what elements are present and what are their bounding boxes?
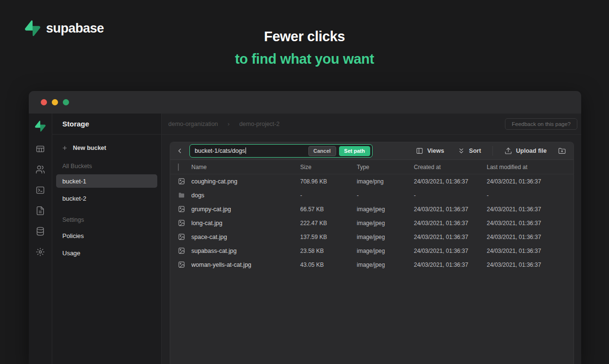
cell-dim: - bbox=[357, 192, 414, 199]
cell-dim: 222.47 KB bbox=[300, 220, 357, 227]
image-file-icon bbox=[178, 247, 185, 254]
column-header-name[interactable]: Name bbox=[191, 164, 300, 171]
cell-icon bbox=[178, 247, 191, 254]
sort-button[interactable]: Sort bbox=[457, 147, 481, 155]
column-header-modified[interactable]: Last modified at bbox=[487, 164, 574, 171]
column-header-size[interactable]: Size bbox=[300, 164, 357, 171]
breadcrumb-project[interactable]: demo-project-2 bbox=[239, 121, 280, 127]
maximize-window-button[interactable] bbox=[63, 99, 69, 105]
cell-dim: 24/03/2021, 01:36:37 bbox=[487, 220, 574, 227]
sort-label: Sort bbox=[469, 148, 481, 154]
table-row[interactable]: woman-yells-at-cat.jpg43.05 KBimage/jpeg… bbox=[170, 258, 574, 272]
section-header-all-buckets: All Buckets bbox=[52, 162, 161, 171]
cell-icon bbox=[178, 205, 191, 213]
upload-icon bbox=[504, 147, 512, 155]
upload-file-label: Upload file bbox=[516, 148, 547, 154]
rail-item-sql[interactable] bbox=[35, 185, 46, 195]
views-button[interactable]: Views bbox=[416, 147, 444, 155]
table-row[interactable]: supabass-cat.jpg23.58 KBimage/jpeg24/03/… bbox=[170, 244, 574, 258]
rail-item-database[interactable] bbox=[35, 226, 46, 236]
set-path-button[interactable]: Set path bbox=[339, 146, 370, 156]
table-row[interactable]: dogs---- bbox=[170, 188, 574, 202]
image-file-icon bbox=[178, 205, 185, 213]
menu-label: Policies bbox=[62, 232, 84, 239]
cell-dim: 24/03/2021, 01:36:37 bbox=[414, 206, 487, 213]
chevron-left-icon bbox=[176, 147, 184, 155]
cell-name: woman-yells-at-cat.jpg bbox=[191, 262, 300, 268]
cell-dim: 24/03/2021, 01:36:37 bbox=[487, 178, 574, 185]
cell-dim: 137.59 KB bbox=[300, 234, 357, 240]
cell-dim: 24/03/2021, 01:36:37 bbox=[414, 178, 487, 185]
text-caret bbox=[246, 148, 246, 154]
sidebar-item-bucket-1[interactable]: bucket-1 bbox=[56, 174, 157, 188]
file-browser-panel: bucket-1/cats/dogs Cancel Set path Views… bbox=[170, 142, 574, 364]
docs-file-icon bbox=[35, 206, 45, 216]
minimize-window-button[interactable] bbox=[52, 99, 58, 105]
columns-views-icon bbox=[416, 147, 423, 155]
close-window-button[interactable] bbox=[41, 99, 47, 105]
cell-dim: 24/03/2021, 01:36:37 bbox=[487, 234, 574, 240]
nav-rail bbox=[29, 114, 52, 364]
table-header: Name Size Type Created at Last modified … bbox=[170, 160, 574, 174]
image-file-icon bbox=[178, 233, 185, 240]
cell-dim: image/jpeg bbox=[357, 206, 414, 213]
sidebar-item-bucket-2[interactable]: bucket-2 bbox=[56, 192, 157, 205]
new-bucket-label: New bucket bbox=[73, 145, 106, 151]
column-header-created[interactable]: Created at bbox=[414, 164, 487, 171]
table-body: coughing-cat.png708.96 KBimage/png24/03/… bbox=[170, 174, 574, 364]
rail-item-docs[interactable] bbox=[35, 205, 46, 216]
file-toolbar: bucket-1/cats/dogs Cancel Set path Views… bbox=[170, 142, 574, 160]
new-folder-button[interactable] bbox=[556, 145, 568, 157]
rail-item-auth[interactable] bbox=[35, 164, 46, 174]
cell-dim: 24/03/2021, 01:36:37 bbox=[487, 248, 574, 254]
cell-dim: 24/03/2021, 01:36:37 bbox=[487, 206, 574, 213]
database-icon bbox=[35, 227, 45, 236]
feedback-button[interactable]: Feedback on this page? bbox=[505, 118, 577, 130]
cell-name: coughing-cat.png bbox=[191, 178, 300, 185]
breadcrumb-chevron-icon: › bbox=[228, 120, 230, 127]
new-bucket-button[interactable]: New bucket bbox=[52, 142, 161, 154]
cell-icon bbox=[178, 261, 191, 268]
sql-terminal-icon bbox=[35, 185, 45, 195]
toolbar-divider bbox=[492, 146, 493, 156]
auth-users-icon bbox=[35, 165, 45, 174]
cell-icon bbox=[178, 219, 191, 227]
cell-icon bbox=[178, 178, 191, 185]
rail-item-settings[interactable] bbox=[35, 247, 46, 257]
cell-dim: 24/03/2021, 01:36:37 bbox=[414, 262, 487, 268]
table-row[interactable]: space-cat.jpg137.59 KBimage/jpeg24/03/20… bbox=[170, 230, 574, 244]
column-header-type[interactable]: Type bbox=[357, 164, 414, 171]
cell-dim: 24/03/2021, 01:36:37 bbox=[414, 234, 487, 240]
cell-dim: 708.96 KB bbox=[300, 178, 357, 185]
rail-item-table-editor[interactable] bbox=[35, 144, 46, 154]
table-row[interactable]: grumpy-cat.jpg66.57 KBimage/jpeg24/03/20… bbox=[170, 202, 574, 216]
cell-dim: 43.05 KB bbox=[300, 262, 357, 268]
image-file-icon bbox=[178, 219, 185, 227]
table-row[interactable]: long-cat.jpg222.47 KBimage/jpeg24/03/202… bbox=[170, 216, 574, 230]
window-titlebar bbox=[29, 91, 581, 114]
cancel-button[interactable]: Cancel bbox=[308, 146, 336, 156]
sidebar-item-usage[interactable]: Usage bbox=[56, 246, 157, 260]
breadcrumb-organization[interactable]: demo-organization bbox=[168, 121, 218, 127]
views-label: Views bbox=[427, 148, 444, 154]
supabase-bolt-icon[interactable] bbox=[35, 121, 46, 132]
back-button[interactable] bbox=[174, 145, 186, 157]
cell-dim: 24/03/2021, 01:36:37 bbox=[487, 262, 574, 268]
cell-dim: image/jpeg bbox=[357, 248, 414, 254]
cell-dim: 24/03/2021, 01:36:37 bbox=[414, 248, 487, 254]
cell-dim: image/jpeg bbox=[357, 262, 414, 268]
select-all-checkbox[interactable] bbox=[178, 163, 179, 171]
new-folder-icon bbox=[558, 147, 566, 155]
path-input[interactable]: bucket-1/cats/dogs Cancel Set path bbox=[189, 144, 373, 158]
table-row[interactable]: coughing-cat.png708.96 KBimage/png24/03/… bbox=[170, 174, 574, 188]
cell-dim: image/jpeg bbox=[357, 220, 414, 227]
upload-file-button[interactable]: Upload file bbox=[504, 147, 547, 155]
plus-icon bbox=[61, 145, 68, 151]
hero-title-line1: Fewer clicks bbox=[0, 29, 609, 45]
storage-sidebar: Storage New bucket All Buckets bucket-1 … bbox=[52, 114, 162, 364]
table-editor-icon bbox=[35, 144, 45, 154]
image-file-icon bbox=[178, 261, 185, 268]
sidebar-item-policies[interactable]: Policies bbox=[56, 229, 157, 242]
page-title: Storage bbox=[52, 114, 161, 135]
image-file-icon bbox=[178, 178, 185, 185]
